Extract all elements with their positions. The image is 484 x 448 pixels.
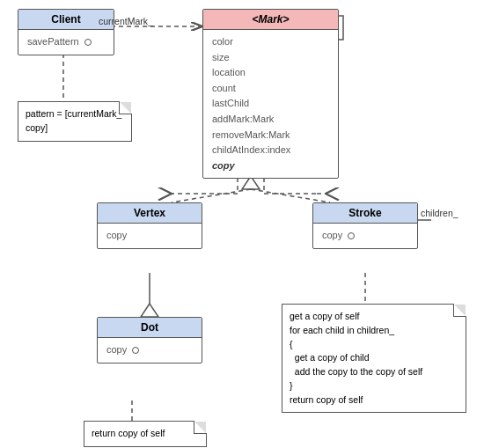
stroke-attr-copy: copy [322, 230, 342, 240]
vertex-class: Vertex copy [97, 202, 202, 249]
stroke-body: copy [313, 224, 417, 248]
dot-attr-copy: copy [106, 344, 127, 355]
mark-attr-count: count [212, 81, 329, 97]
uml-diagram: Client savePattern currentMark_ <Mark> c… [0, 0, 484, 448]
mark-attr-size: size [212, 50, 329, 66]
mark-attr-color: color [212, 34, 329, 50]
mark-attr-addmark: addMark:Mark [212, 112, 329, 128]
client-attribute: savePattern [27, 36, 79, 47]
mark-attr-removemark: removeMark:Mark [212, 128, 329, 143]
dot-body: copy [98, 338, 202, 363]
current-mark-label: currentMark_ [99, 16, 153, 26]
stroke-note: get a copy of self for each child in chi… [282, 304, 466, 413]
inherit-right [251, 189, 330, 202]
vertex-dot-triangle [141, 304, 158, 317]
dot-note-body: return copy of self [84, 422, 206, 446]
dot-class: Dot copy [97, 317, 202, 364]
dot-title: Dot [98, 318, 202, 338]
stroke-circle [348, 232, 355, 239]
stroke-class: Stroke copy [312, 202, 418, 249]
dot-note: return copy of self [84, 421, 207, 447]
dot-circle [132, 347, 139, 354]
mark-attr-lastchild: lastChild [212, 96, 329, 112]
stroke-note-body: get a copy of self for each child in chi… [282, 305, 466, 412]
client-circle [84, 39, 92, 46]
mark-attr-location: location [212, 65, 329, 81]
client-body: savePattern [18, 30, 114, 55]
vertex-title: Vertex [98, 203, 202, 224]
vertex-body: copy [98, 224, 202, 248]
mark-class: <Mark> color size location count lastChi… [202, 9, 339, 179]
inherit-left [172, 189, 251, 202]
client-note-body: pattern = [currentMark_ copy] [18, 102, 131, 141]
vertex-attr-copy: copy [106, 230, 127, 240]
mark-body: color size location count lastChild addM… [203, 30, 338, 178]
client-note: pattern = [currentMark_ copy] [18, 101, 132, 142]
mark-attr-childatindex: childAtIndex:index [212, 143, 329, 158]
mark-attr-copy: copy [212, 158, 329, 174]
children-label: children_ [421, 208, 458, 218]
mark-title: <Mark> [203, 10, 338, 30]
stroke-title: Stroke [313, 203, 417, 224]
